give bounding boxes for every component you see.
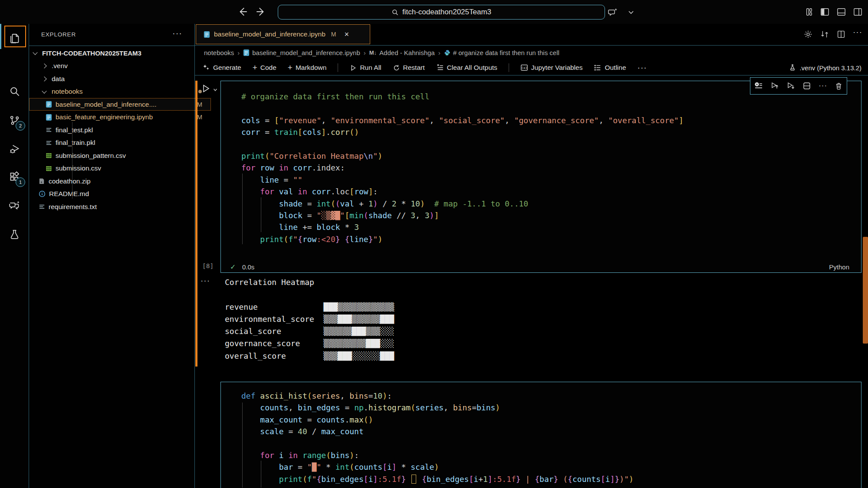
tree-item--venv[interactable]: .venv [29, 60, 208, 72]
search-sidebar-icon[interactable] [0, 80, 29, 102]
customize-layout-icon[interactable] [803, 7, 814, 17]
notebook-more-actions[interactable]: ··· [638, 63, 647, 72]
kernel-picker[interactable]: .venv (Python 3.13.2) [789, 60, 861, 75]
run-debug-icon[interactable] [0, 138, 29, 160]
split-editor-icon[interactable] [836, 29, 846, 39]
run-cell-dropdown-icon[interactable] [213, 87, 218, 92]
cell-more-actions-icon[interactable]: ··· [819, 82, 827, 90]
editor-more-actions-icon[interactable]: ··· [853, 27, 862, 37]
add-code-cell-button[interactable]: + Code [253, 63, 276, 72]
code-editor-cell-2[interactable]: def ascii_hist(series, bins=10): counts,… [241, 390, 634, 485]
breadcrumb: notebooks›baseline_model_and_inference.i… [195, 45, 868, 60]
code-line: corr = train[cols].corr() [241, 126, 684, 138]
chevron-down-icon[interactable] [33, 50, 37, 55]
output-blank-line [225, 288, 394, 301]
code-line: bar = "█" * int(counts[i] * scale) [241, 461, 634, 473]
code-line: block = "░▒▓█"[min(shade // 3, 3)] [241, 210, 684, 221]
lines-icon [46, 140, 52, 146]
focused-cell-indicator [195, 81, 197, 367]
modified-badge: M [197, 114, 202, 121]
extensions-icon[interactable]: 1 [0, 165, 29, 188]
tree-item-label: README.md [49, 190, 89, 198]
forward-arrow-icon[interactable] [255, 6, 266, 17]
tree-item-notebooks[interactable]: notebooks [29, 85, 208, 98]
code-line [241, 438, 634, 449]
breadcrumb-item[interactable]: notebooks [204, 49, 234, 56]
tree-item-data[interactable]: data [29, 72, 208, 85]
back-arrow-icon[interactable] [237, 6, 248, 17]
svg-text:(x): (x) [521, 66, 527, 70]
tree-item-final-test-pkl[interactable]: final_test.pkl [29, 124, 211, 136]
tree-item-submission-csv[interactable]: submission.csv [29, 162, 211, 175]
add-markdown-cell-button[interactable]: + Markdown [288, 63, 327, 72]
tree-item-label: basic_feature_engineering.ipynb [56, 113, 153, 121]
code-line: print(f"{row:<20} {line}") [241, 233, 684, 245]
chevron-down-icon[interactable] [628, 9, 638, 19]
scrollbar-thumb[interactable] [863, 237, 868, 344]
chevron-right-icon[interactable] [42, 63, 46, 68]
code-line [241, 102, 684, 114]
explorer-more-actions[interactable]: ··· [172, 28, 182, 38]
zip-file-icon [39, 178, 45, 184]
outline-button[interactable]: Outline [594, 64, 626, 72]
tree-item-basic-feature-engineering-ipynb[interactable]: basic_feature_engineering.ipynbM [29, 111, 211, 124]
explorer-header: EXPLORER ··· [29, 24, 194, 46]
title-bar: fitch-codeathon2025Team3 [0, 0, 868, 24]
chevron-right-icon[interactable] [42, 76, 46, 81]
execution-order-icon[interactable] [754, 82, 763, 90]
tree-item-final-train-pkl[interactable]: final_train.pkl [29, 137, 211, 149]
close-icon[interactable]: × [344, 30, 349, 39]
plus-icon: + [253, 63, 257, 72]
breadcrumb-item[interactable]: # organize data first then run this cell [444, 49, 559, 56]
breadcrumb-item[interactable]: baseline_model_and_inference.ipynb [243, 49, 360, 56]
explorer-icon[interactable] [0, 27, 29, 49]
toggle-panel-icon[interactable] [836, 7, 847, 17]
notebook-icon [204, 31, 210, 38]
restart-button[interactable]: Restart [393, 64, 425, 72]
execute-above-cells-icon[interactable] [770, 82, 779, 90]
breadcrumb-item[interactable]: M↓Added - Kahnishga [369, 49, 435, 56]
code-cell-1[interactable]: # organize data first then run this cell… [220, 81, 861, 273]
code-line: shade = int((val + 1) / 2 * 10) # map -1… [241, 198, 684, 210]
cell-language[interactable]: Python [829, 263, 849, 271]
restart-icon [393, 64, 400, 72]
tab-baseline-notebook[interactable]: baseline_model_and_inference.ipynb M × [196, 24, 370, 44]
command-center-search[interactable]: fitch-codeathon2025Team3 [278, 5, 605, 20]
output-more-actions[interactable]: ··· [201, 276, 210, 285]
tree-item-fitch-codeathon2025team3[interactable]: FITCH-CODEATHON2025TEAM3 [29, 47, 199, 59]
code-line: print(f"{bin_edges[i]:5.1f} – {bin_edges… [241, 473, 634, 485]
toggle-secondary-sidebar-icon[interactable] [853, 7, 863, 17]
indent-guide [242, 403, 243, 488]
code-line: max_count = counts.max() [241, 414, 634, 426]
execute-cell-and-below-icon[interactable] [786, 82, 795, 90]
compare-changes-icon[interactable] [820, 29, 829, 39]
code-cell-2[interactable]: def ascii_hist(series, bins=10): counts,… [220, 382, 861, 488]
code-line: def ascii_hist(series, bins=10): [241, 390, 634, 402]
tree-item-requirements-txt[interactable]: requirements.txt [29, 200, 204, 213]
output-heatmap-row: environmental_score ▒▒▒███▒▒▒▒▒▒███ [225, 313, 394, 325]
zip-icon [39, 178, 45, 184]
delete-cell-icon[interactable] [835, 82, 843, 90]
activity-bar: 2 1 [0, 24, 29, 488]
run-all-button[interactable]: Run All [349, 64, 381, 72]
code-editor-cell-1[interactable]: # organize data first then run this cell… [241, 91, 684, 245]
toggle-primary-sidebar-icon[interactable] [820, 7, 830, 17]
split-cell-icon[interactable] [802, 82, 811, 90]
testing-icon[interactable] [0, 223, 29, 246]
tree-item-codeathon-zip[interactable]: codeathon.zip [29, 175, 204, 187]
tree-item-readme-md[interactable]: README.md [29, 188, 204, 200]
source-control-icon[interactable]: 2 [0, 109, 29, 131]
chevron-down-icon[interactable] [42, 88, 46, 93]
run-cell-button[interactable] [201, 83, 211, 94]
clear-all-outputs-button[interactable]: Clear All Outputs [436, 64, 497, 72]
success-check-icon: ✓ [230, 263, 236, 271]
tree-item-baseline-model-and-inference-[interactable]: baseline_model_and_inference....M [29, 98, 211, 111]
chat-icon[interactable] [0, 194, 29, 216]
generate-button[interactable]: Generate [202, 64, 241, 72]
tree-item-submission-pattern-csv[interactable]: submission_pattern.csv [29, 149, 211, 162]
sidebar-editor-divider[interactable] [194, 24, 195, 488]
jupyter-variables-button[interactable]: (x) Jupyter Variables [520, 64, 583, 72]
settings-gear-icon[interactable] [803, 29, 813, 39]
copilot-chat-icon[interactable] [608, 7, 618, 17]
outline-icon [594, 64, 602, 72]
